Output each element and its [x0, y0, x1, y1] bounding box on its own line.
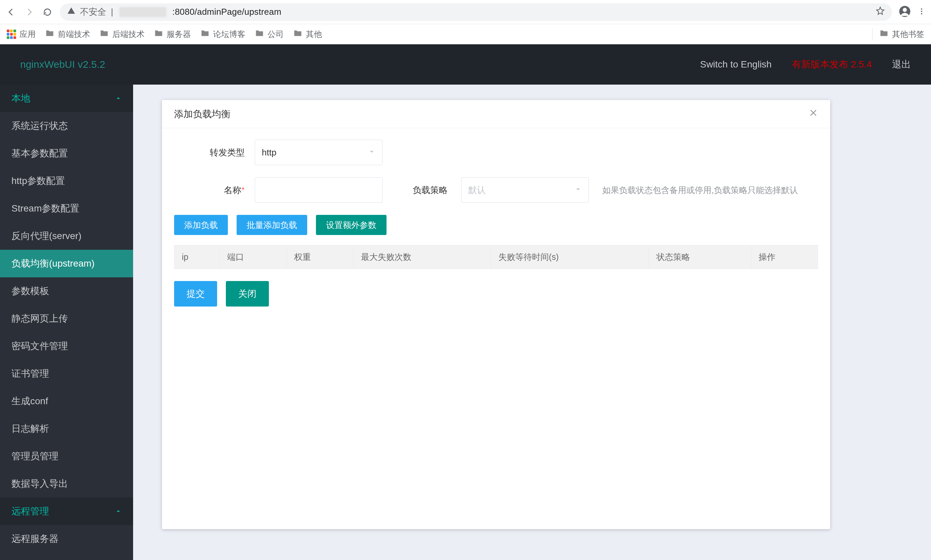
browser-toolbar: 不安全 | :8080/adminPage/upstream: [0, 0, 931, 24]
modal-header: 添加负载均衡: [162, 100, 830, 128]
sidebar-item[interactable]: 负载均衡(upstream): [0, 250, 133, 277]
strategy-hint: 如果负载状态包含备用或停用,负载策略只能选择默认: [602, 185, 798, 196]
svg-point-1: [903, 8, 907, 12]
add-upstream-modal: 添加负载均衡 转发类型 http 名称*: [162, 100, 830, 529]
svg-point-4: [921, 13, 922, 14]
folder-icon: [99, 29, 109, 40]
table-header: 状态策略: [648, 245, 751, 269]
host-blurred: [119, 7, 166, 17]
sidebar-item-label: 负载均衡(upstream): [11, 257, 94, 270]
sidebar: 本地 系统运行状态基本参数配置http参数配置Stream参数配置反向代理(se…: [0, 85, 133, 560]
reload-button[interactable]: [42, 6, 53, 18]
bookmark-star-icon[interactable]: [876, 6, 885, 17]
forward-type-select[interactable]: http: [255, 140, 383, 165]
sidebar-section-local-label: 本地: [11, 92, 30, 105]
sidebar-item[interactable]: 系统运行状态: [0, 112, 133, 140]
chevron-down-icon: [368, 148, 375, 158]
sidebar-item[interactable]: 基本参数配置: [0, 140, 133, 167]
sidebar-item[interactable]: 远程服务器: [0, 525, 133, 552]
table-header: 操作: [751, 245, 818, 269]
folder-icon: [255, 29, 264, 40]
forward-type-label: 转发类型: [174, 147, 245, 158]
table-header: 失败等待时间(s): [491, 245, 649, 269]
bookmark-folder[interactable]: 其他: [293, 29, 322, 40]
folder-icon: [293, 29, 303, 40]
sidebar-item[interactable]: 生成conf: [0, 388, 133, 415]
insecure-icon: [67, 7, 75, 17]
name-input[interactable]: [255, 177, 383, 203]
svg-point-3: [921, 11, 922, 12]
sidebar-item[interactable]: 密码文件管理: [0, 332, 133, 360]
sidebar-item-label: 基本参数配置: [11, 147, 68, 160]
sidebar-item-label: 数据导入导出: [11, 477, 68, 490]
bookmark-label: 服务器: [167, 29, 191, 40]
update-notice[interactable]: 有新版本发布 2.5.4: [792, 58, 872, 71]
bookmark-label: 其他: [306, 29, 322, 40]
caret-up-icon: [115, 506, 122, 517]
sidebar-item[interactable]: 参数模板: [0, 277, 133, 305]
switch-language-link[interactable]: Switch to English: [700, 59, 772, 70]
insecure-label: 不安全: [80, 6, 106, 18]
sidebar-section-remote[interactable]: 远程管理: [0, 498, 133, 525]
extra-params-button[interactable]: 设置额外参数: [316, 215, 386, 235]
sidebar-item-label: http参数配置: [11, 175, 65, 187]
bookmark-folder[interactable]: 服务器: [154, 29, 191, 40]
bookmarks-bar: 应用 前端技术后端技术服务器论坛博客公司其他 其他书签: [0, 24, 931, 44]
sidebar-item-label: 证书管理: [11, 367, 49, 380]
bookmark-folder[interactable]: 公司: [255, 29, 284, 40]
app-header: nginxWebUI v2.5.2 Switch to English 有新版本…: [0, 44, 931, 85]
sidebar-item[interactable]: 证书管理: [0, 360, 133, 388]
sidebar-item[interactable]: 管理员管理: [0, 443, 133, 470]
folder-icon: [200, 29, 210, 40]
sidebar-item-label: 系统运行状态: [11, 120, 68, 132]
forward-button[interactable]: [23, 6, 35, 18]
batch-add-load-button[interactable]: 批量添加负载: [236, 215, 307, 235]
apps-shortcut[interactable]: 应用: [7, 29, 36, 40]
forward-type-value: http: [262, 148, 276, 158]
profile-avatar-icon[interactable]: [899, 5, 911, 19]
apps-icon: [7, 29, 16, 39]
sidebar-item[interactable]: Stream参数配置: [0, 195, 133, 222]
strategy-label: 负载策略: [413, 184, 448, 196]
close-button[interactable]: 关闭: [226, 281, 269, 306]
bookmark-folder[interactable]: 前端技术: [45, 29, 90, 40]
sidebar-item[interactable]: 数据导入导出: [0, 470, 133, 498]
sidebar-item[interactable]: 反向代理(server): [0, 222, 133, 250]
table-header: 最大失败次数: [354, 245, 491, 269]
folder-icon: [154, 29, 163, 40]
bookmark-folder[interactable]: 论坛博客: [200, 29, 245, 40]
other-bookmarks-label: 其他书签: [892, 29, 924, 40]
sidebar-item[interactable]: 静态网页上传: [0, 305, 133, 332]
other-bookmarks[interactable]: 其他书签: [879, 29, 924, 40]
caret-up-icon: [115, 93, 122, 104]
submit-button[interactable]: 提交: [174, 281, 217, 306]
bookmark-label: 后端技术: [112, 29, 145, 40]
table-header: 权重: [287, 245, 354, 269]
sidebar-item-label: 日志解析: [11, 422, 49, 435]
strategy-select[interactable]: 默认: [461, 177, 589, 203]
main-content: 添加负载均衡 转发类型 http 名称*: [133, 85, 931, 560]
sidebar-item-label: 反向代理(server): [11, 230, 81, 242]
sidebar-section-remote-label: 远程管理: [11, 505, 49, 518]
add-load-button[interactable]: 添加负载: [174, 215, 228, 235]
back-button[interactable]: [5, 6, 17, 18]
bookmark-folder[interactable]: 后端技术: [99, 29, 145, 40]
sidebar-item[interactable]: http参数配置: [0, 167, 133, 195]
modal-close-button[interactable]: [809, 108, 818, 120]
address-bar[interactable]: 不安全 | :8080/adminPage/upstream: [60, 3, 892, 21]
bookmark-label: 前端技术: [58, 29, 90, 40]
sidebar-item[interactable]: 日志解析: [0, 415, 133, 443]
bookmark-label: 公司: [267, 29, 284, 40]
url-suffix: :8080/adminPage/upstream: [173, 7, 281, 17]
load-table: ip端口权重最大失败次数失败等待时间(s)状态策略操作: [174, 245, 818, 269]
sidebar-item-label: 参数模板: [11, 285, 49, 297]
table-header: 端口: [220, 245, 287, 269]
bookmarks-divider: [872, 28, 872, 40]
browser-menu-icon[interactable]: [917, 8, 926, 17]
app-brand: nginxWebUI v2.5.2: [20, 59, 105, 70]
sidebar-item-label: 远程服务器: [11, 532, 59, 545]
sidebar-section-local[interactable]: 本地: [0, 85, 133, 112]
logout-link[interactable]: 退出: [892, 58, 911, 71]
bookmark-label: 论坛博客: [213, 29, 245, 40]
sidebar-item-label: 生成conf: [11, 395, 48, 408]
